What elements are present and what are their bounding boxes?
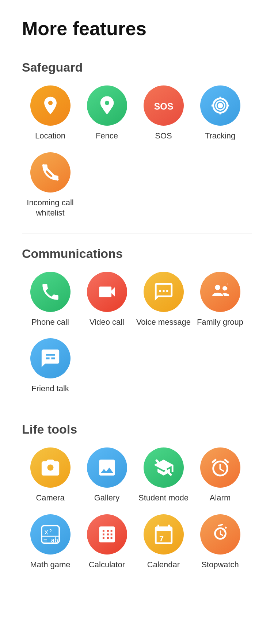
- feature-label-sos: SOS: [155, 131, 172, 141]
- feature-label-stopwatch: Stopwatch: [201, 560, 239, 570]
- student-icon: [144, 447, 184, 488]
- feature-item-math-game[interactable]: x²= abMath game: [22, 514, 79, 570]
- friend-talk-icon: [30, 338, 71, 378]
- feature-label-voice-message: Voice message: [136, 317, 191, 328]
- call-block-icon: [30, 152, 71, 193]
- feature-item-voice-message[interactable]: Voice message: [135, 272, 192, 328]
- mathgame-icon: x²= ab: [30, 514, 71, 555]
- features-grid-communications: Phone callVideo callVoice message+Family…: [22, 272, 252, 401]
- feature-label-math-game: Math game: [30, 560, 70, 570]
- feature-item-calendar[interactable]: 7Calendar: [135, 514, 192, 570]
- fence-icon: [87, 85, 127, 126]
- section-communications: CommunicationsPhone callVideo callVoice …: [0, 233, 274, 409]
- feature-item-phone-call[interactable]: Phone call: [22, 272, 79, 328]
- feature-item-gallery[interactable]: Gallery: [79, 447, 135, 503]
- svg-text:x²: x²: [44, 528, 53, 536]
- page-title: More features: [0, 0, 274, 47]
- calculator-icon: [87, 514, 127, 555]
- sos-icon: SOS: [144, 85, 184, 126]
- feature-label-camera: Camera: [36, 493, 64, 503]
- chat-dots-icon: [144, 272, 184, 312]
- feature-label-family-group: Family group: [197, 317, 243, 328]
- section-title-safeguard: Safeguard: [22, 60, 252, 75]
- family-icon: +: [200, 272, 240, 312]
- svg-text:= ab: = ab: [43, 536, 58, 544]
- feature-label-incoming-call-whitelist: Incoming call whitelist: [22, 198, 79, 218]
- svg-point-2: [217, 103, 223, 108]
- feature-item-fence[interactable]: Fence: [79, 85, 135, 141]
- feature-label-phone-call: Phone call: [31, 317, 69, 328]
- camera-icon: [30, 447, 71, 488]
- feature-label-alarm: Alarm: [210, 493, 231, 503]
- svg-text:SOS: SOS: [154, 101, 173, 111]
- feature-label-calculator: Calculator: [89, 560, 125, 570]
- svg-point-8: [166, 290, 168, 292]
- svg-point-11: [225, 287, 227, 289]
- section-life-tools: Life toolsCameraGalleryStudent modeAlarm…: [0, 409, 274, 584]
- feature-label-location: Location: [35, 131, 65, 141]
- feature-item-sos[interactable]: SOSSOS: [135, 85, 192, 141]
- calendar-icon: 7: [144, 514, 184, 555]
- features-grid-life-tools: CameraGalleryStudent modeAlarmx²= abMath…: [22, 447, 252, 577]
- svg-point-7: [163, 290, 165, 292]
- svg-point-6: [159, 290, 161, 292]
- feature-label-fence: Fence: [96, 131, 118, 141]
- video-icon: [87, 272, 127, 312]
- feature-item-alarm[interactable]: Alarm: [192, 447, 248, 503]
- tracking-icon: [200, 85, 240, 126]
- svg-text:+: +: [226, 282, 229, 287]
- feature-item-camera[interactable]: Camera: [22, 447, 79, 503]
- location-icon: [30, 85, 71, 126]
- feature-item-family-group[interactable]: +Family group: [192, 272, 248, 328]
- section-title-communications: Communications: [22, 247, 252, 261]
- feature-item-student-mode[interactable]: Student mode: [135, 447, 192, 503]
- section-safeguard: SafeguardLocation FenceSOSSOSTrackingInc…: [0, 47, 274, 233]
- feature-item-stopwatch[interactable]: Stopwatch: [192, 514, 248, 570]
- feature-label-gallery: Gallery: [94, 493, 120, 503]
- feature-item-incoming-call-whitelist[interactable]: Incoming call whitelist: [22, 152, 79, 218]
- feature-label-calendar: Calendar: [147, 560, 180, 570]
- feature-item-location[interactable]: Location: [22, 85, 79, 141]
- svg-point-9: [215, 285, 220, 290]
- feature-item-friend-talk[interactable]: Friend talk: [22, 338, 79, 394]
- feature-label-tracking: Tracking: [205, 131, 236, 141]
- feature-item-tracking[interactable]: Tracking: [192, 85, 248, 141]
- features-grid-safeguard: Location FenceSOSSOSTrackingIncoming cal…: [22, 85, 252, 226]
- phone-icon: [30, 272, 71, 312]
- section-title-life-tools: Life tools: [22, 422, 252, 437]
- feature-label-student-mode: Student mode: [138, 493, 189, 503]
- feature-item-video-call[interactable]: Video call: [79, 272, 135, 328]
- gallery-icon: [87, 447, 127, 488]
- svg-text:7: 7: [159, 534, 163, 543]
- feature-label-friend-talk: Friend talk: [31, 384, 69, 394]
- alarm-icon: [200, 447, 240, 488]
- feature-item-calculator[interactable]: Calculator: [79, 514, 135, 570]
- stopwatch-icon: [200, 514, 240, 555]
- feature-label-video-call: Video call: [90, 317, 124, 328]
